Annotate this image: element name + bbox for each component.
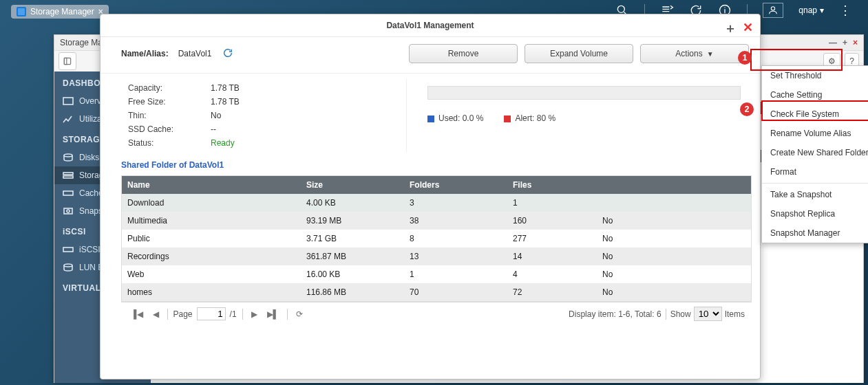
pager-first[interactable]: ▐◀ [128, 309, 146, 319]
pager-refresh[interactable]: ⟳ [293, 309, 306, 319]
svg-rect-8 [63, 98, 73, 104]
remove-button[interactable]: Remove [409, 44, 518, 63]
svg-rect-10 [63, 173, 73, 175]
user-name: qnap [798, 6, 817, 15]
menu-create-shared[interactable]: Create New Shared Folder [762, 143, 868, 162]
app-tab-title: Storage Manager [30, 7, 94, 16]
pager-page-input[interactable] [197, 307, 226, 320]
window-maximize[interactable]: + [843, 35, 847, 50]
svg-rect-15 [63, 248, 73, 252]
stat-value-status: Ready [211, 138, 235, 148]
name-alias-label: Name/Alias: [121, 49, 169, 58]
pager-next[interactable]: ▶ [248, 309, 260, 319]
home-button[interactable] [59, 52, 76, 70]
actions-button[interactable]: Actions ▼ [640, 44, 749, 63]
user-avatar-icon[interactable] [763, 3, 783, 18]
col-files[interactable]: Files [507, 176, 597, 194]
col-size[interactable]: Size [301, 176, 404, 194]
app-tab-storage-manager[interactable]: Storage Manager × [11, 5, 109, 19]
volume-stats: Capacity:1.78 TB Free Size:1.78 TB Thin:… [128, 79, 390, 152]
stat-label: Thin: [128, 111, 211, 120]
stat-label: Capacity: [128, 83, 211, 93]
pager-show-select[interactable]: 10 [694, 307, 722, 321]
menu-snapshot-replica[interactable]: Snapshot Replica [762, 204, 868, 223]
menu-cache-setting[interactable]: Cache Setting [762, 85, 868, 104]
pager-display: Display item: 1-6, Total: 6 [569, 309, 661, 319]
svg-point-0 [618, 6, 625, 12]
legend-alert: Alert: 80 % [504, 113, 555, 123]
menu-format[interactable]: Format [762, 162, 868, 182]
menu-snapshot-manager[interactable]: Snapshot Manager [762, 223, 868, 243]
svg-rect-7 [64, 58, 67, 64]
user-menu[interactable]: qnap ▾ [798, 6, 824, 15]
table-row[interactable]: Public 3.71 GB 8 277 No [122, 230, 751, 248]
pager: ▐◀ ◀ Page /1 ▶ ▶▌ ⟳ Display item: 1-6, T… [121, 302, 752, 325]
svg-point-9 [64, 154, 72, 157]
col-name[interactable]: Name [122, 176, 301, 194]
pager-items-label: Items [725, 309, 745, 319]
legend-used: Used: 0.0 % [427, 113, 483, 123]
refresh-icon[interactable] [222, 47, 233, 60]
chevron-down-icon: ▼ [707, 50, 714, 58]
stat-value: -- [211, 124, 216, 134]
more-menu-icon[interactable]: ⋮ [839, 3, 851, 18]
modal-title: DataVol1 Management [386, 21, 474, 30]
actions-menu: Set Threshold Cache Setting Check File S… [761, 65, 868, 243]
svg-rect-6 [64, 58, 70, 64]
table-row[interactable]: Multimedia 93.19 MB 38 160 No [122, 212, 751, 230]
pager-page-total: /1 [230, 309, 237, 319]
pager-show-label: Show [670, 309, 691, 319]
volume-management-modal: DataVol1 Management ＋ ✕ Name/Alias: Data… [100, 14, 761, 380]
window-close[interactable]: × [853, 35, 858, 50]
chevron-down-icon: ▾ [820, 6, 824, 15]
modal-add-icon[interactable]: ＋ [724, 20, 737, 36]
pager-page-label: Page [173, 309, 193, 319]
table-header: Name Size Folders Files [122, 176, 751, 194]
window-minimize[interactable]: — [829, 35, 837, 50]
pager-prev[interactable]: ◀ [150, 309, 162, 319]
stat-value: 1.78 TB [211, 83, 240, 93]
storage-manager-icon [17, 7, 26, 16]
svg-rect-11 [63, 176, 73, 178]
menu-check-file-system[interactable]: Check File System [762, 104, 868, 124]
shared-folder-table: Name Size Folders Files Download 4.00 KB… [121, 175, 752, 302]
table-row[interactable]: homes 116.86 MB 70 72 No [122, 283, 751, 301]
svg-point-5 [772, 7, 775, 10]
stat-label: SSD Cache: [128, 124, 211, 134]
col-folders[interactable]: Folders [404, 176, 507, 194]
shared-folder-header[interactable]: Shared Folder of DataVol1 [100, 152, 760, 175]
table-row[interactable]: Recordings 361.87 MB 13 14 No [122, 248, 751, 265]
table-row[interactable]: Web 16.00 KB 1 4 No [122, 265, 751, 283]
usage-bar [427, 86, 741, 100]
stat-label: Status: [128, 138, 211, 148]
stat-value: 1.78 TB [211, 97, 240, 107]
menu-take-snapshot[interactable]: Take a Snapshot [762, 185, 868, 204]
menu-set-threshold[interactable]: Set Threshold [762, 66, 868, 85]
table-row[interactable]: Download 4.00 KB 3 1 [122, 194, 751, 212]
svg-point-4 [725, 7, 726, 8]
pager-last[interactable]: ▶▌ [264, 309, 282, 319]
expand-volume-button[interactable]: Expand Volume [525, 44, 633, 63]
col-extra[interactable] [597, 176, 751, 194]
stat-label: Free Size: [128, 97, 211, 107]
usage-panel: Used: 0.0 % Alert: 80 % [406, 79, 739, 152]
stat-value: No [211, 111, 221, 120]
svg-point-16 [64, 264, 72, 267]
svg-point-14 [67, 210, 70, 212]
name-alias-value: DataVol1 [178, 49, 212, 58]
svg-rect-12 [63, 191, 73, 195]
menu-rename-alias[interactable]: Rename Volume Alias [762, 124, 868, 143]
modal-close-icon[interactable]: ✕ [743, 20, 753, 35]
